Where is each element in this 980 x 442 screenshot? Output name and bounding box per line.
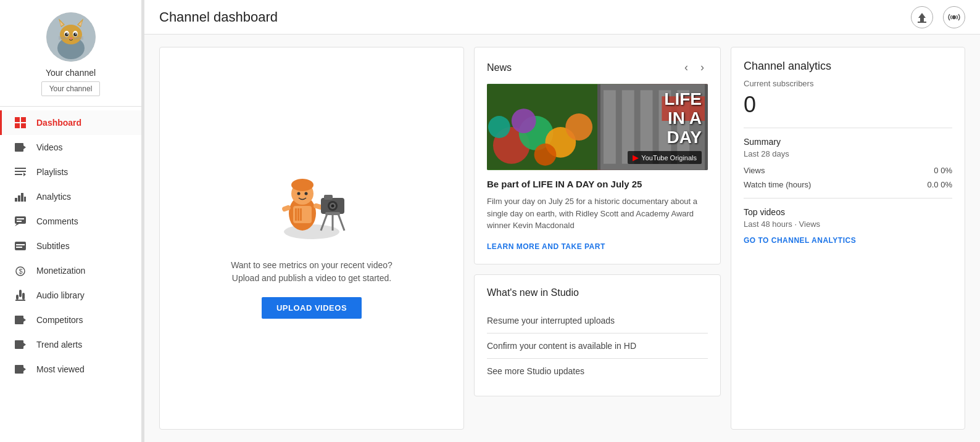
watch-time-label: Watch time (hours) bbox=[744, 180, 811, 189]
svg-rect-24 bbox=[15, 168, 26, 169]
analytics-title: Channel analytics bbox=[744, 60, 952, 73]
svg-point-55 bbox=[284, 224, 339, 239]
svg-rect-19 bbox=[21, 117, 26, 122]
svg-rect-59 bbox=[297, 208, 299, 221]
upload-button[interactable] bbox=[911, 6, 933, 28]
views-value: 0 0% bbox=[934, 166, 952, 175]
news-image-overlay: LIFEIN ADAY ▶ YouTube Originals bbox=[487, 84, 708, 170]
audio-library-label: Audio library bbox=[36, 290, 85, 300]
svg-rect-25 bbox=[15, 171, 26, 172]
news-prev-button[interactable]: ‹ bbox=[681, 60, 692, 75]
summary-title: Summary bbox=[744, 137, 952, 147]
live-button[interactable] bbox=[943, 6, 965, 28]
sidebar: Your channel Your channel Dashboard bbox=[0, 0, 142, 442]
svg-rect-38 bbox=[16, 247, 22, 248]
svg-point-64 bbox=[305, 192, 308, 195]
svg-rect-37 bbox=[16, 244, 25, 245]
svg-rect-45 bbox=[15, 316, 23, 324]
svg-rect-34 bbox=[17, 218, 24, 219]
videos-icon bbox=[14, 141, 27, 153]
yt-logo: ▶ bbox=[633, 153, 639, 162]
svg-rect-21 bbox=[21, 123, 26, 128]
sidebar-nav: Dashboard Videos Playlists bbox=[0, 110, 141, 382]
svg-rect-43 bbox=[22, 293, 25, 300]
top-videos-title: Top videos bbox=[744, 207, 952, 217]
upload-card: Want to see metrics on your recent video… bbox=[159, 47, 464, 430]
whats-new-title: What's new in Studio bbox=[487, 287, 708, 298]
news-headline-image: LIFEIN ADAY bbox=[664, 90, 702, 147]
svg-marker-27 bbox=[23, 173, 26, 176]
svg-rect-58 bbox=[295, 208, 297, 221]
page-title: Channel dashboard bbox=[159, 9, 278, 25]
svg-marker-48 bbox=[23, 343, 26, 346]
news-article-title: Be part of LIFE IN A DAY on July 25 bbox=[487, 179, 708, 189]
svg-line-74 bbox=[338, 214, 344, 231]
sidebar-item-analytics[interactable]: Analytics bbox=[0, 184, 141, 209]
main-area: Channel dashboard bbox=[144, 0, 980, 442]
subtitles-icon bbox=[14, 240, 27, 252]
analytics-label: Analytics bbox=[36, 192, 71, 202]
trend-alerts-icon bbox=[14, 338, 27, 351]
subscribers-label: Current subscribers bbox=[744, 79, 952, 88]
svg-text:$: $ bbox=[19, 268, 23, 275]
analytics-icon bbox=[14, 190, 27, 203]
svg-marker-33 bbox=[15, 224, 19, 226]
svg-rect-18 bbox=[15, 117, 20, 122]
sidebar-item-playlists[interactable]: Playlists bbox=[0, 160, 141, 184]
sidebar-item-comments[interactable]: Comments bbox=[0, 209, 141, 234]
top-videos-period: Last 48 hours · Views bbox=[744, 219, 952, 229]
whats-new-card: What's new in Studio Resume your interru… bbox=[474, 274, 721, 396]
svg-marker-50 bbox=[23, 367, 26, 371]
svg-rect-29 bbox=[18, 195, 20, 202]
news-next-button[interactable]: › bbox=[697, 60, 708, 75]
channel-name: Your channel bbox=[46, 68, 96, 78]
playlists-icon bbox=[14, 166, 27, 178]
news-nav-arrows: ‹ › bbox=[681, 60, 708, 75]
svg-rect-26 bbox=[15, 174, 22, 175]
views-label: Views bbox=[744, 166, 765, 175]
svg-marker-46 bbox=[23, 318, 26, 322]
learn-more-link[interactable]: LEARN MORE AND TAKE PART bbox=[487, 242, 605, 251]
svg-rect-31 bbox=[24, 197, 26, 202]
studio-item-1[interactable]: Resume your interrupted uploads bbox=[487, 308, 708, 334]
svg-point-11 bbox=[67, 33, 68, 35]
studio-item-3[interactable]: See more Studio updates bbox=[487, 359, 708, 383]
svg-rect-49 bbox=[15, 365, 23, 374]
analytics-watchtime-row: Watch time (hours) 0.0 0% bbox=[744, 180, 952, 189]
sidebar-item-audio-library[interactable]: Audio library bbox=[0, 283, 141, 308]
sidebar-item-trend-alerts[interactable]: Trend alerts bbox=[0, 332, 141, 357]
news-card-header: News ‹ › bbox=[487, 60, 708, 75]
news-title: News bbox=[487, 62, 512, 73]
comments-label: Comments bbox=[36, 216, 78, 226]
go-to-analytics-link[interactable]: GO TO CHANNEL ANALYTICS bbox=[744, 236, 952, 245]
subtitles-label: Subtitles bbox=[36, 241, 70, 251]
avatar bbox=[46, 12, 96, 62]
most-viewed-label: Most viewed bbox=[36, 364, 85, 374]
sidebar-item-subtitles[interactable]: Subtitles bbox=[0, 234, 141, 258]
svg-rect-52 bbox=[918, 22, 926, 23]
sidebar-item-competitors[interactable]: Competitors bbox=[0, 308, 141, 332]
studio-item-2[interactable]: Confirm your content is available in HD bbox=[487, 334, 708, 359]
svg-rect-36 bbox=[15, 242, 26, 250]
yt-originals-badge: ▶ YouTube Originals bbox=[628, 151, 702, 164]
dashboard-label: Dashboard bbox=[36, 118, 81, 128]
competitors-label: Competitors bbox=[36, 315, 83, 325]
news-article-body: Film your day on July 25 for a historic … bbox=[487, 195, 708, 232]
sidebar-item-dashboard[interactable]: Dashboard bbox=[0, 110, 141, 135]
upload-videos-button[interactable]: UPLOAD VIDEOS bbox=[262, 297, 362, 319]
upload-illustration bbox=[268, 158, 355, 244]
analytics-divider-2 bbox=[744, 198, 952, 198]
svg-point-10 bbox=[73, 33, 77, 36]
sidebar-item-monetization[interactable]: $ Monetization bbox=[0, 258, 141, 283]
analytics-divider-1 bbox=[744, 128, 952, 128]
svg-point-9 bbox=[65, 33, 69, 36]
sidebar-item-videos[interactable]: Videos bbox=[0, 135, 141, 160]
svg-rect-68 bbox=[324, 195, 333, 200]
subscribers-count: 0 bbox=[744, 92, 952, 118]
svg-rect-75 bbox=[325, 212, 340, 215]
svg-rect-60 bbox=[300, 208, 302, 221]
sidebar-item-most-viewed[interactable]: Most viewed bbox=[0, 357, 141, 382]
svg-rect-30 bbox=[21, 193, 23, 202]
svg-rect-28 bbox=[15, 198, 17, 202]
your-channel-button[interactable]: Your channel bbox=[41, 81, 101, 96]
